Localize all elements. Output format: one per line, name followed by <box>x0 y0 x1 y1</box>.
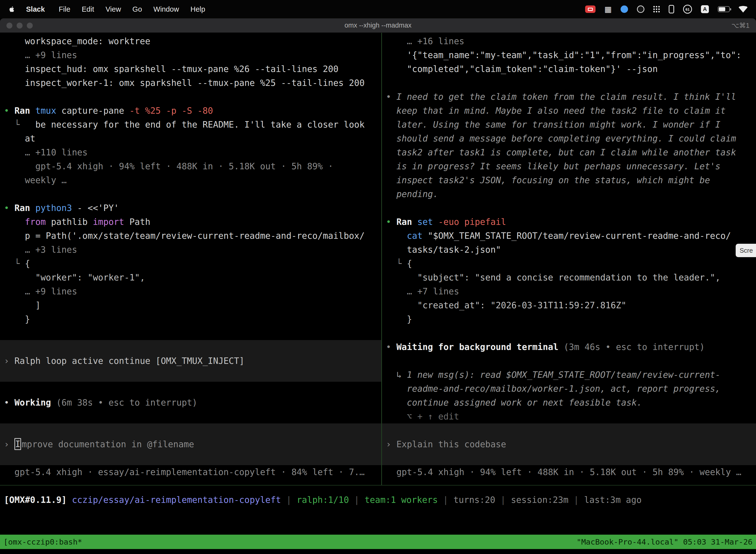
menu-window[interactable]: Window <box>153 5 179 13</box>
menu-go[interactable]: Go <box>132 5 142 13</box>
terminal-row: task2 after task1 is complete, but can I… <box>382 146 756 159</box>
text-segment: is in progress? It seems likely but perh… <box>386 161 720 171</box>
screen-recording-icon[interactable] <box>585 5 595 13</box>
terminal-row <box>382 354 756 368</box>
text-segment: ⌥ + ↑ edit <box>386 411 459 422</box>
text-segment: gpt-5.4 xhigh · 94% left · 488K in · 5.1… <box>386 467 741 477</box>
terminal-row: inspect task2's JSON, focusing on the st… <box>382 173 756 187</box>
terminal-row: is in progress? It seems likely but perh… <box>382 159 756 173</box>
dark-app-icon[interactable] <box>637 5 644 13</box>
text-segment: pending. <box>386 189 438 199</box>
menu-view[interactable]: View <box>106 5 121 13</box>
window-title-bar: omx --xhigh --madmax ⌥⌘1 <box>0 18 756 33</box>
text-segment: | <box>495 495 511 505</box>
terminal-row: ] <box>0 298 381 312</box>
text-segment: • <box>4 106 14 116</box>
terminal-row: … +3 lines <box>0 243 381 257</box>
menu-bar: Slack FileEditViewGoWindowHelp ▦ 61 A <box>0 0 756 18</box>
terminal-row: gpt-5.4 xhigh · essay/ai-reimplementatio… <box>0 465 381 479</box>
active-app-menu[interactable]: Slack <box>26 5 45 13</box>
prompt-input-row[interactable] <box>0 368 381 382</box>
text-segment: Waiting for background terminal <box>396 342 564 352</box>
text-segment: team:1 workers <box>365 495 438 505</box>
apple-menu[interactable] <box>8 5 15 13</box>
tmux-status-bar: [omx-cczip0:bash* "MacBook-Pro-44.local"… <box>0 535 756 549</box>
terminal-row: ⌥ + ↑ edit <box>382 409 756 424</box>
terminal-row: └ { <box>382 257 756 271</box>
text-segment: … +9 lines <box>4 50 77 60</box>
text-segment: "$OMX_TEAM_STATE_ROOT/team/review-curren… <box>428 231 731 241</box>
screenshot-notification[interactable]: Scre <box>736 244 756 257</box>
text-segment: continue assigned work or next feasible … <box>386 398 642 407</box>
terminal-row <box>382 326 756 340</box>
text-segment: | <box>281 495 297 505</box>
terminal-row: "subject": "send a concise recommendatio… <box>382 271 756 284</box>
text-segment: { <box>407 259 412 269</box>
window-title: omx --xhigh --madmax <box>0 21 756 29</box>
terminal-row: } <box>0 312 381 326</box>
text-segment: Ran <box>396 217 417 227</box>
text-segment: cczip/essay/ai-reimplementation-copyleft <box>72 495 281 505</box>
tmux-pane-left[interactable]: workspace_mode: worktree … +9 lines insp… <box>0 33 381 485</box>
text-segment: … +110 lines <box>4 148 87 157</box>
prompt-input-row[interactable]: › Improve documentation in @filename <box>0 437 381 451</box>
prompt-input-row[interactable] <box>382 451 756 465</box>
battery-percent-badge[interactable]: 61 <box>683 5 692 14</box>
text-segment: '{"team_name":"my-team","task_id":"1","f… <box>386 50 741 60</box>
text-segment: • <box>386 217 396 227</box>
iphone-mirroring-icon[interactable] <box>669 5 674 13</box>
menu-help[interactable]: Help <box>190 5 205 13</box>
app-launcher-grid-icon[interactable] <box>653 6 660 12</box>
text-segment: | <box>568 495 584 505</box>
tmux-session-name[interactable]: [omx-cczip0:bash* <box>3 537 82 546</box>
prompt-input-row[interactable] <box>0 340 381 354</box>
battery-icon[interactable] <box>718 6 730 12</box>
wifi-icon[interactable] <box>739 6 748 13</box>
text-segment: › <box>4 439 14 449</box>
terminal-row: '{"team_name":"my-team","task_id":"1","f… <box>382 48 756 62</box>
text-segment: └ <box>386 259 407 269</box>
text-segment: • <box>4 203 14 213</box>
text-segment: I need to get the claim token from the c… <box>396 92 736 102</box>
prompt-input-row[interactable] <box>0 424 381 437</box>
text-segment: gpt-5.4 xhigh · 94% left · 488K in · 5.1… <box>4 161 333 171</box>
prompt-input-row[interactable] <box>382 424 756 437</box>
terminal-row: from pathlib import Path <box>0 215 381 229</box>
text-segment: task2 after task1 is complete, but can I… <box>386 148 736 157</box>
text-segment: should send a message before completing … <box>386 133 736 144</box>
text-segment: import <box>93 217 129 227</box>
terminal-row: • Ran python3 - <<'PY' <box>0 201 381 215</box>
text-segment: (3m 46s • esc to interrupt) <box>564 342 705 352</box>
prompt-input-row[interactable] <box>0 451 381 465</box>
terminal-row: workspace_mode: worktree <box>0 34 381 48</box>
terminal-row: } <box>382 312 756 326</box>
pane-bottom-border <box>0 485 756 486</box>
terminal-row <box>0 382 381 396</box>
menu-edit[interactable]: Edit <box>82 5 94 13</box>
prompt-input-row[interactable]: › Ralph loop active continue [OMX_TMUX_I… <box>0 354 381 368</box>
text-segment: [OMX#0.11.9] <box>4 495 72 505</box>
text-segment: tasks/task-2.json" <box>386 245 501 255</box>
tmux-pane-right[interactable]: … +16 lines '{"team_name":"my-team","tas… <box>382 33 756 485</box>
omx-status-line: [OMX#0.11.9] cczip/essay/ai-reimplementa… <box>0 493 756 507</box>
window-grid-icon[interactable]: ▦ <box>605 5 612 13</box>
menu-file[interactable]: File <box>59 5 70 13</box>
prompt-input-row[interactable]: › Explain this codebase <box>382 437 756 451</box>
text-segment: turns:20 <box>453 495 495 505</box>
text-segment: • <box>386 92 396 102</box>
text-segment: session:23m <box>511 495 568 505</box>
terminal-row: "completed","claim_token":"claim-token"}… <box>382 62 756 76</box>
text-segment: tmux <box>35 106 56 116</box>
terminal-row: at <box>0 131 381 146</box>
text-segment: └ <box>4 259 25 269</box>
blue-app-icon[interactable] <box>621 5 628 13</box>
menubar-status-icons: ▦ 61 A <box>585 5 748 14</box>
terminal-row: continue assigned work or next feasible … <box>382 396 756 409</box>
text-segment: | <box>349 495 365 505</box>
terminal-row: p = Path('.omx/state/team/review-current… <box>0 229 381 243</box>
text-segment: › <box>4 356 14 366</box>
input-source-icon[interactable]: A <box>701 5 709 13</box>
text-segment: Ran <box>14 106 35 116</box>
text-segment: capture-pane <box>56 106 129 116</box>
text-segment: ↳ 1 new msg(s): read $OMX_TEAM_STATE_ROO… <box>386 370 720 380</box>
